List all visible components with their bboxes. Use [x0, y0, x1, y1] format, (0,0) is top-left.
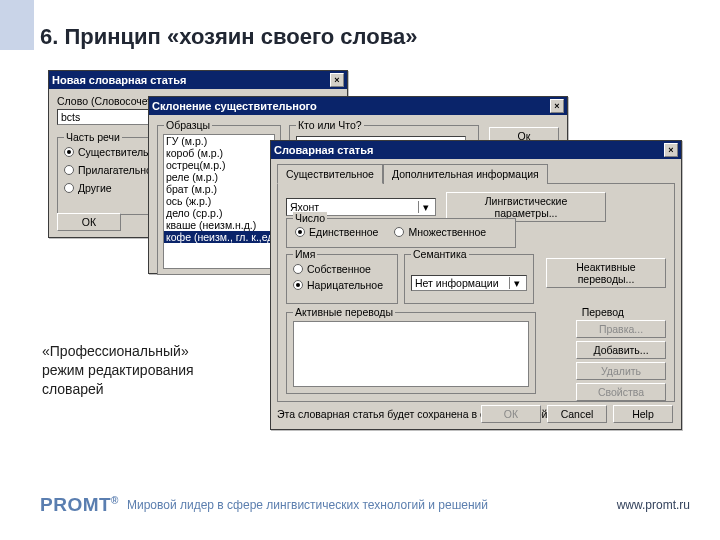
- chevron-down-icon: ▾: [509, 277, 523, 289]
- list-item[interactable]: ось (ж.р.): [164, 195, 274, 207]
- footer: PROMT® Мировой лидер в сфере лингвистиче…: [40, 494, 690, 516]
- titlebar[interactable]: Новая словарная статья ×: [49, 71, 347, 89]
- radio-singular[interactable]: Единственное: [295, 226, 378, 238]
- list-item[interactable]: короб (м.р.): [164, 147, 274, 159]
- radio-dot-icon: [293, 280, 303, 290]
- radio-dot-icon: [64, 165, 74, 175]
- tab-noun[interactable]: Существительное: [277, 164, 383, 184]
- footer-site: www.promt.ru: [617, 498, 690, 512]
- group-number: Число Единственное Множественное: [286, 218, 516, 248]
- caption: «Профессиональный» режим редактирования …: [42, 342, 194, 399]
- chevron-down-icon: ▾: [418, 201, 432, 213]
- label-translation: Перевод: [582, 306, 624, 318]
- slide-title: 6. Принцип «хозяин своего слова»: [40, 24, 417, 50]
- titlebar[interactable]: Склонение существительного ×: [149, 97, 567, 115]
- radio-dot-icon: [394, 227, 404, 237]
- samples-list[interactable]: ГУ (м.р.)короб (м.р.)острец(м.р.)реле (м…: [163, 134, 275, 269]
- word-input[interactable]: bcts: [57, 109, 157, 125]
- group-label-pos: Часть речи: [64, 131, 122, 143]
- properties-button[interactable]: Свойства: [576, 383, 666, 401]
- list-item[interactable]: кофе (неизм., гл. к.,ед.ч.): [164, 231, 274, 243]
- list-item[interactable]: дело (ср.р.): [164, 207, 274, 219]
- tab-row: Существительное Дополнительная информаци…: [277, 163, 675, 184]
- cancel-button[interactable]: Cancel: [547, 405, 607, 423]
- group-label-active: Активные переводы: [293, 306, 395, 318]
- add-button[interactable]: Добавить...: [576, 341, 666, 359]
- titlebar[interactable]: Словарная статья ×: [271, 141, 681, 159]
- titlebar-text: Словарная статья: [274, 144, 664, 156]
- radio-dot-icon: [64, 183, 74, 193]
- group-label-number: Число: [293, 212, 327, 224]
- group-name: Имя Собственное Нарицательное: [286, 254, 398, 304]
- group-label-samples: Образцы: [164, 119, 212, 131]
- close-icon[interactable]: ×: [664, 143, 678, 157]
- group-samples: Образцы ГУ (м.р.)короб (м.р.)острец(м.р.…: [157, 125, 281, 275]
- radio-proper[interactable]: Собственное: [293, 263, 391, 275]
- close-icon[interactable]: ×: [330, 73, 344, 87]
- delete-button[interactable]: Удалить: [576, 362, 666, 380]
- radio-dot-icon: [293, 264, 303, 274]
- titlebar-text: Новая словарная статья: [52, 74, 330, 86]
- edit-button[interactable]: Правка...: [576, 320, 666, 338]
- active-translations-list[interactable]: [293, 321, 529, 387]
- list-item[interactable]: острец(м.р.): [164, 159, 274, 171]
- group-label-semantics: Семантика: [411, 248, 469, 260]
- tab-additional[interactable]: Дополнительная информация: [383, 164, 548, 184]
- radio-plural[interactable]: Множественное: [394, 226, 486, 238]
- radio-dot-icon: [295, 227, 305, 237]
- slide-accent: [0, 0, 34, 50]
- titlebar-text: Склонение существительного: [152, 100, 550, 112]
- ok-button[interactable]: ОК: [481, 405, 541, 423]
- semantics-combo[interactable]: Нет информации ▾: [411, 275, 527, 291]
- group-active-translations: Активные переводы: [286, 312, 536, 394]
- group-label-name: Имя: [293, 248, 317, 260]
- list-item[interactable]: реле (м.р.): [164, 171, 274, 183]
- footer-tagline: Мировой лидер в сфере лингвистических те…: [127, 498, 488, 512]
- list-item[interactable]: кваше (неизм.н.д.): [164, 219, 274, 231]
- close-icon[interactable]: ×: [550, 99, 564, 113]
- help-button[interactable]: Help: [613, 405, 673, 423]
- dialog-dictionary-entry: Словарная статья × Существительное Допол…: [270, 140, 682, 430]
- radio-dot-icon: [64, 147, 74, 157]
- group-label-who: Кто или Что?: [296, 119, 364, 131]
- radio-common[interactable]: Нарицательное: [293, 279, 391, 291]
- brand-logo: PROMT®: [40, 494, 119, 516]
- list-item[interactable]: ГУ (м.р.): [164, 135, 274, 147]
- ok-button[interactable]: ОК: [57, 213, 121, 231]
- inactive-translations-button[interactable]: Неактивные переводы...: [546, 258, 666, 288]
- list-item[interactable]: брат (м.р.): [164, 183, 274, 195]
- group-semantics: Семантика Нет информации ▾: [404, 254, 534, 304]
